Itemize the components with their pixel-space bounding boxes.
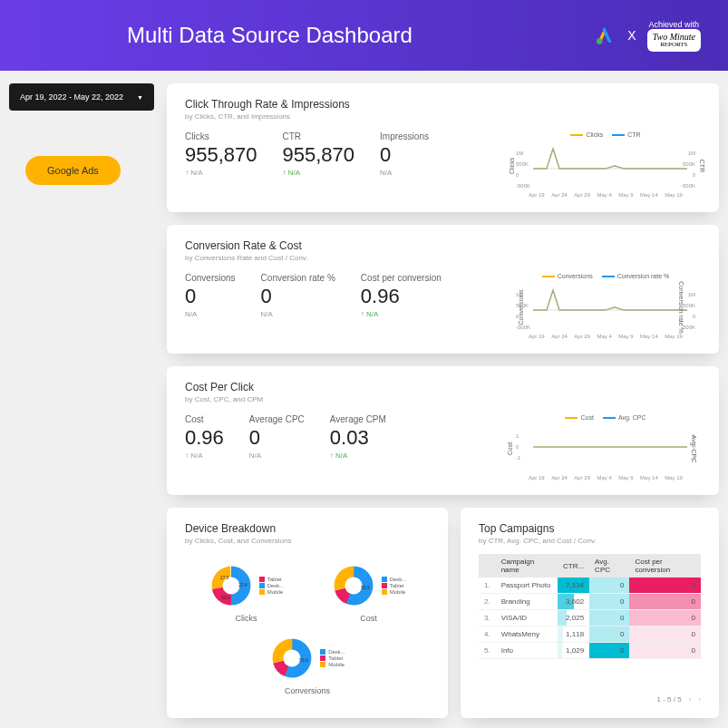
metric-delta: N/A: [185, 169, 257, 177]
metric-value: 0.03: [330, 426, 386, 450]
metric-delta: N/A: [249, 451, 305, 460]
metric-value: 0.96: [361, 285, 442, 308]
card-cpc: Cost Per Click by Cost, CPC, and CPM Cos…: [167, 366, 719, 495]
legend-item: Clicks: [570, 131, 603, 138]
legend-item: Avg. CPC: [603, 414, 646, 421]
campaign-name: WhatsMeny: [496, 626, 558, 643]
metric-value: 955,870: [283, 143, 355, 167]
card-device-breakdown: Device Breakdown by Clicks, Cost, and Co…: [167, 508, 448, 718]
legend-item: Cost: [565, 414, 593, 421]
card-conversion-cost: Conversion Rate & Cost by Conversions Ra…: [167, 225, 719, 354]
metric-delta: N/A: [330, 451, 386, 460]
table-header[interactable]: CTR...: [558, 554, 589, 578]
header-logos: X Achieved with Two Minute REPORTS: [593, 20, 701, 52]
donut-conversions: 55.9: [269, 636, 315, 681]
table-pager: 1 - 5 / 5 ‹ ›: [479, 695, 701, 704]
table-header[interactable]: Avg. CPC: [589, 554, 629, 578]
table-header[interactable]: [479, 554, 496, 578]
metric-label: Impressions: [380, 131, 429, 141]
metric-label: Clicks: [185, 131, 257, 141]
page-title: Multi Data Source Dashboard: [127, 23, 413, 48]
table-row[interactable]: 5. Info 1,029 0 0: [479, 643, 701, 659]
metric-label: Cost per conversion: [361, 273, 442, 283]
campaign-name: Passport Photo: [496, 578, 558, 594]
metric-label: Average CPC: [249, 414, 305, 424]
metric: Average CPC 0 N/A: [249, 414, 305, 480]
cpc-cell: 0: [589, 643, 629, 659]
donut-clicks: 27.5 22.4 50.1: [209, 563, 254, 608]
ctr-cell: 1,118: [558, 626, 589, 643]
table-row[interactable]: 3. VISA/ID 2,025 0 0: [479, 610, 701, 626]
campaign-name: VISA/ID: [496, 610, 558, 626]
pager-next-button[interactable]: ›: [698, 695, 701, 704]
metric-value: 0: [249, 426, 305, 450]
card-title: Cost Per Click: [185, 381, 701, 393]
chevron-down-icon: ▼: [137, 94, 143, 101]
donut-caption-cost: Cost: [331, 614, 407, 623]
y-axis-left: Cost: [507, 442, 513, 455]
y-axis-right: CTR: [698, 160, 704, 172]
cpc-cell: 0: [589, 594, 629, 610]
metric-delta: N/A: [185, 310, 236, 318]
metric-label: Cost: [185, 414, 224, 424]
line-chart: [510, 283, 701, 328]
card-subtitle: by CTR, Avg. CPC, and Cost / Conv.: [479, 537, 701, 545]
svg-text:27.5: 27.5: [220, 576, 229, 580]
metric-delta: N/A: [261, 310, 335, 318]
card-ctr-impressions: Click Through Rate & Impressions by Clic…: [167, 83, 719, 212]
card-title: Device Breakdown: [185, 522, 430, 535]
table-header[interactable]: Cost per conversion: [629, 554, 701, 578]
svg-text:50.1: 50.1: [221, 596, 230, 600]
achieved-badge: Achieved with Two Minute REPORTS: [647, 20, 701, 52]
metric-delta: N/A: [380, 169, 429, 177]
donut-cost: 55.9: [331, 563, 376, 608]
svg-text:55.9: 55.9: [361, 586, 370, 590]
metric-delta: N/A: [361, 310, 442, 318]
metric-label: Average CPM: [330, 414, 386, 424]
conv-cell: 0: [629, 594, 701, 610]
svg-point-0: [597, 38, 603, 44]
cpc-cell: 0: [589, 610, 629, 626]
ctr-cell: 3,602: [558, 594, 589, 610]
google-ads-button[interactable]: Google Ads: [25, 156, 121, 185]
legend-item: Conversion rate %: [602, 273, 670, 279]
campaigns-table: Campaign nameCTR...Avg. CPCCost per conv…: [479, 554, 701, 659]
line-chart: [510, 141, 701, 187]
table-row[interactable]: 1. Passport Photo 7,134 0 0: [479, 578, 701, 594]
metric: Conversion rate % 0 N/A: [261, 273, 335, 339]
table-header[interactable]: Campaign name: [496, 554, 558, 578]
conv-cell: 0: [629, 643, 701, 659]
table-row[interactable]: 4. WhatsMeny 1,118 0 0: [479, 626, 701, 643]
metric-delta: N/A: [283, 169, 355, 177]
pager-prev-button[interactable]: ‹: [689, 695, 692, 704]
metric-value: 0: [380, 143, 429, 167]
conv-cell: 0: [629, 610, 701, 626]
table-row[interactable]: 2. Branding 3,602 0 0: [479, 594, 701, 610]
line-chart: [510, 424, 701, 470]
conv-cell: 0: [629, 626, 701, 643]
metric: Cost 0.96 N/A: [185, 414, 224, 480]
card-subtitle: by Cost, CPC, and CPM: [185, 395, 701, 403]
card-title: Click Through Rate & Impressions: [185, 98, 701, 111]
metric: Clicks 955,870 N/A: [185, 131, 257, 198]
metric-value: 0.96: [185, 426, 224, 450]
y-axis-left: Clicks: [509, 158, 515, 175]
legend-item: CTR: [612, 131, 640, 138]
google-ads-icon: [593, 24, 616, 47]
donut-caption-clicks: Clicks: [209, 614, 285, 623]
date-range-picker[interactable]: Apr 19, 2022 - May 22, 2022 ▼: [9, 83, 154, 111]
ctr-cell: 7,134: [558, 578, 589, 594]
metric: Conversions 0 N/A: [185, 273, 236, 339]
date-range-label: Apr 19, 2022 - May 22, 2022: [20, 92, 123, 102]
svg-text:55.9: 55.9: [299, 658, 308, 663]
card-subtitle: by Conversions Rate and Cost / Conv.: [185, 254, 701, 262]
metric: Impressions 0 N/A: [380, 131, 429, 198]
metric-value: 955,870: [185, 143, 257, 167]
campaign-name: Branding: [496, 594, 558, 610]
metric-label: Conversion rate %: [261, 273, 335, 283]
metric-delta: N/A: [185, 451, 224, 460]
card-subtitle: by Clicks, CTR, and Impressions: [185, 112, 701, 121]
metric-label: CTR: [283, 131, 355, 141]
metric: CTR 955,870 N/A: [283, 131, 355, 198]
conv-cell: 0: [629, 578, 701, 594]
